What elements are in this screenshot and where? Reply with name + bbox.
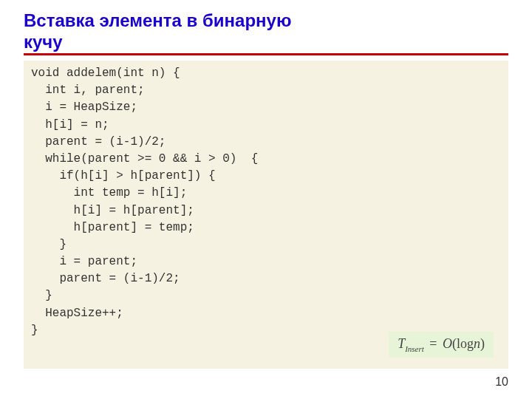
title-line-2: кучу: [24, 32, 63, 52]
complexity-close: ): [480, 336, 485, 351]
complexity-T: T: [398, 336, 405, 351]
complexity-logn: logn: [457, 336, 480, 351]
complexity-badge: TInsert = O(logn): [389, 332, 494, 358]
complexity-eq: =: [424, 336, 443, 351]
title-underline: [24, 53, 508, 55]
title-line-1: Вставка элемента в бинарную: [24, 10, 291, 30]
page-number: 10: [495, 375, 508, 389]
complexity-log: log: [457, 336, 474, 351]
code-block: void addelem(int n) { int i, parent; i =…: [24, 61, 508, 369]
slide-title: Вставка элемента в бинарную кучу: [24, 10, 349, 53]
complexity-n: n: [474, 336, 480, 351]
complexity-sub: Insert: [405, 344, 424, 353]
complexity-O: O: [443, 336, 452, 351]
